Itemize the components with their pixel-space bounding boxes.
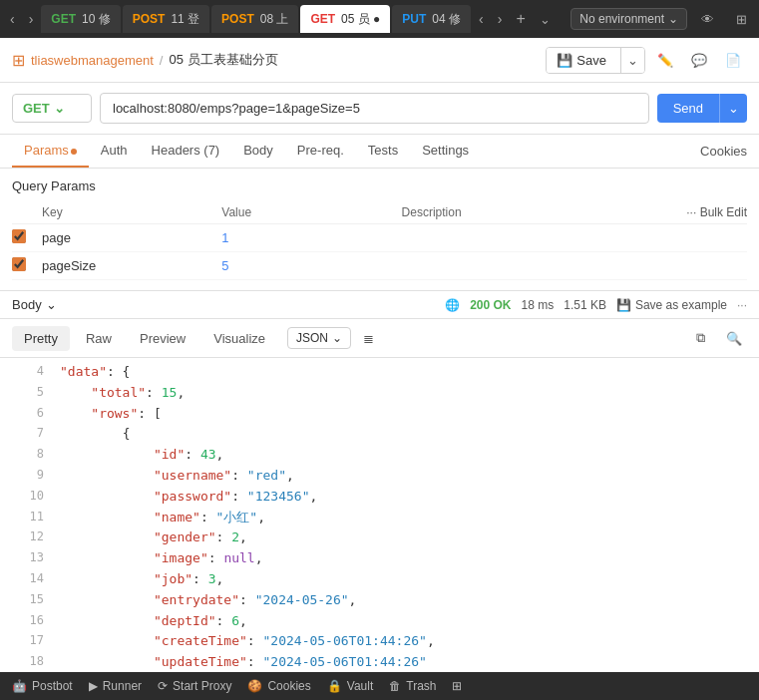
chevron-down-icon: ⌄	[668, 12, 678, 26]
document-icon[interactable]: 📄	[719, 46, 747, 74]
grid-icon-button[interactable]: ⊞	[452, 679, 462, 693]
runner-icon: ▶	[89, 679, 98, 693]
tab-label: 04 修	[432, 11, 461, 28]
tab-put-04[interactable]: PUT 04 修	[392, 5, 471, 33]
postbot-button[interactable]: 🤖 Postbot	[12, 679, 73, 693]
row2-key[interactable]: pageSize	[42, 258, 221, 273]
line-content: "total": 15,	[60, 383, 747, 404]
line-number: 15	[12, 590, 44, 611]
url-input[interactable]	[100, 93, 649, 124]
row1-value[interactable]: 1	[221, 230, 401, 245]
filter-icon[interactable]: ≣	[363, 331, 374, 346]
bulk-edit-dots: ···	[686, 205, 696, 219]
tab-preview[interactable]: Preview	[128, 326, 197, 351]
tab-settings[interactable]: Settings	[410, 135, 481, 168]
tab-body[interactable]: Body	[231, 135, 285, 168]
tab-auth[interactable]: Auth	[89, 135, 140, 168]
line-content: "rows": [	[60, 404, 747, 425]
bulk-edit-button[interactable]: Bulk Edit	[700, 205, 747, 219]
request-tabs: Params Auth Headers (7) Body Pre-req. Te…	[0, 135, 759, 169]
grid-icon[interactable]: ⊞	[727, 5, 755, 33]
tabs-more-button[interactable]: ⌄	[534, 12, 557, 27]
line-content: "entrydate": "2024-05-26",	[60, 590, 747, 611]
page-title: 05 员工表基础分页	[169, 51, 277, 69]
col-value-header: Value	[221, 205, 401, 219]
proxy-icon: ⟳	[158, 679, 168, 693]
save-example-button[interactable]: 💾 Save as example	[616, 298, 727, 312]
tab-headers[interactable]: Headers (7)	[140, 135, 232, 168]
tabs-nav-prev[interactable]: ‹	[473, 11, 490, 27]
row1-key[interactable]: page	[42, 230, 221, 245]
tab-prereq[interactable]: Pre-req.	[285, 135, 356, 168]
code-line: 14 "job": 3,	[0, 569, 759, 590]
cookies-button[interactable]: 🍪 Cookies	[247, 679, 310, 693]
edit-icon[interactable]: ✏️	[651, 46, 679, 74]
line-number: 7	[12, 424, 44, 445]
vault-label: Vault	[347, 679, 373, 693]
row2-value[interactable]: 5	[221, 258, 401, 273]
tab-post-08[interactable]: POST 08 上	[211, 5, 298, 33]
tab-get-05[interactable]: GET 05 员 ●	[300, 5, 390, 33]
tab-post-11[interactable]: POST 11 登	[123, 5, 209, 33]
save-dropdown-button[interactable]: ⌄	[620, 48, 644, 73]
breadcrumb: ⊞ tliaswebmanagement / 05 员工表基础分页	[12, 51, 278, 70]
tab-method-post2: POST	[221, 12, 254, 26]
line-content: "data": {	[60, 362, 747, 383]
response-tabs: Pretty Raw Preview Visualize JSON ⌄ ≣ ⧉ …	[0, 319, 759, 358]
query-params-title: Query Params	[12, 178, 747, 193]
app-icon: ⊞	[12, 51, 25, 70]
col-key-header: Key	[42, 205, 221, 219]
col-desc-header: Description	[402, 205, 667, 219]
format-select[interactable]: JSON ⌄	[287, 327, 351, 349]
runner-button[interactable]: ▶ Runner	[89, 679, 142, 693]
method-select[interactable]: GET ⌄	[12, 94, 92, 123]
send-button[interactable]: Send	[657, 94, 719, 123]
save-icon: 💾	[557, 53, 572, 68]
search-icon[interactable]: 🔍	[721, 325, 747, 351]
code-line: 18 "updateTime": "2024-05-06T01:44:26"	[0, 652, 759, 672]
eye-icon[interactable]: 👁	[693, 5, 721, 33]
more-options-button[interactable]: ···	[737, 298, 747, 312]
trash-button[interactable]: 🗑 Trash	[389, 679, 436, 693]
resp-actions: ⧉ 🔍	[687, 325, 747, 351]
line-content: "image": null,	[60, 548, 747, 569]
cookies-tab[interactable]: Cookies	[700, 144, 747, 159]
send-dropdown-button[interactable]: ⌄	[719, 94, 747, 123]
comment-icon[interactable]: 💬	[685, 46, 713, 74]
vault-button[interactable]: 🔒 Vault	[327, 679, 373, 693]
code-line: 11 "name": "小红",	[0, 508, 759, 528]
code-line: 6 "rows": [	[0, 404, 759, 425]
save-icon: 💾	[616, 298, 631, 312]
postbot-icon: 🤖	[12, 679, 27, 693]
nav-back[interactable]: ‹	[4, 11, 21, 27]
tab-bar: ‹ › GET 10 修 POST 11 登 POST 08 上 GET 05 …	[0, 0, 759, 38]
row2-check-cell	[12, 257, 42, 274]
chevron-down-icon: ⌄	[332, 331, 342, 345]
save-button[interactable]: 💾 Save	[547, 48, 616, 73]
header-actions: 💾 Save ⌄ ✏️ 💬 📄	[546, 46, 747, 74]
row1-checkbox[interactable]	[12, 229, 26, 243]
code-view[interactable]: 4"data": {5 "total": 15,6 "rows": [7 {8 …	[0, 358, 759, 672]
tab-get-10[interactable]: GET 10 修	[41, 5, 120, 33]
tabs-nav-next[interactable]: ›	[492, 11, 509, 27]
line-number: 14	[12, 569, 44, 590]
env-dropdown[interactable]: No environment ⌄	[570, 8, 687, 30]
tab-pretty[interactable]: Pretty	[12, 326, 70, 351]
tab-raw[interactable]: Raw	[74, 326, 124, 351]
add-tab-button[interactable]: +	[510, 10, 531, 28]
copy-icon[interactable]: ⧉	[687, 325, 713, 351]
tab-params[interactable]: Params	[12, 135, 89, 168]
start-proxy-button[interactable]: ⟳ Start Proxy	[158, 679, 231, 693]
params-table: Key Value Description ··· Bulk Edit page…	[12, 201, 747, 280]
row2-checkbox[interactable]	[12, 257, 26, 271]
tab-label: 10 修	[82, 11, 111, 28]
code-line: 8 "id": 43,	[0, 445, 759, 466]
nav-forward[interactable]: ›	[23, 11, 40, 27]
url-bar: GET ⌄ Send ⌄	[0, 83, 759, 135]
line-number: 9	[12, 466, 44, 487]
line-content: "updateTime": "2024-05-06T01:44:26"	[60, 652, 747, 672]
tab-label-active: 05 员 ●	[341, 11, 380, 28]
tab-visualize[interactable]: Visualize	[201, 326, 277, 351]
body-tab[interactable]: Body ⌄	[12, 297, 57, 312]
tab-tests[interactable]: Tests	[356, 135, 410, 168]
